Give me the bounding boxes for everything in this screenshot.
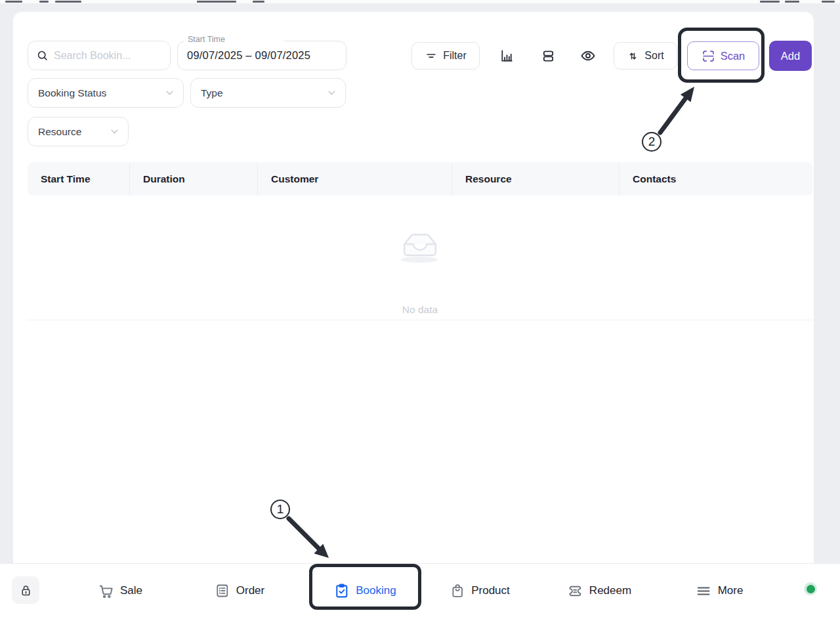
filter-button[interactable]: Filter	[411, 42, 480, 70]
chevron-down-icon	[109, 126, 120, 137]
resource-label: Resource	[38, 126, 81, 138]
sort-button-label: Sort	[644, 50, 663, 62]
add-button[interactable]: Add	[769, 41, 812, 71]
status-bar-remnant	[0, 0, 840, 3]
tab-sale-label: Sale	[120, 584, 142, 597]
scan-button[interactable]: Scan	[687, 41, 759, 70]
resource-select[interactable]: Resource	[28, 117, 129, 146]
search-input[interactable]	[54, 50, 162, 62]
scan-button-label: Scan	[721, 50, 746, 62]
column-header-contacts: Contacts	[619, 162, 812, 196]
column-header-customer: Customer	[257, 162, 452, 196]
bar-chart-icon[interactable]	[494, 43, 520, 69]
type-label: Type	[201, 87, 223, 99]
tab-product[interactable]: Product	[450, 564, 510, 617]
sort-button[interactable]: Sort	[614, 42, 677, 70]
inbox-icon	[398, 226, 442, 263]
search-icon	[36, 49, 49, 62]
lock-button[interactable]	[12, 576, 39, 604]
eye-icon[interactable]	[575, 43, 601, 69]
table-header: Start Time Duration Customer Resource Co…	[28, 162, 812, 196]
empty-state: No data	[354, 226, 486, 316]
booking-page: Start Time 09/07/2025 – 09/07/2025 Booki…	[0, 0, 840, 617]
tab-product-label: Product	[471, 584, 510, 597]
bottom-nav: Sale Order Booking Product Redeem More	[0, 563, 840, 617]
booking-status-label: Booking Status	[38, 87, 106, 99]
date-range-field[interactable]: Start Time 09/07/2025 – 09/07/2025	[177, 41, 346, 70]
table-bottom-border	[28, 320, 812, 320]
tab-booking[interactable]: Booking	[333, 564, 396, 617]
no-data-text: No data	[354, 304, 486, 316]
column-header-resource: Resource	[452, 162, 619, 196]
chevron-down-icon	[164, 87, 175, 98]
online-green-dot	[804, 582, 817, 595]
lock-icon	[19, 584, 33, 597]
cart-icon	[98, 583, 114, 599]
search-field-wrap	[28, 41, 171, 70]
tab-redeem-label: Redeem	[589, 584, 631, 597]
filter-icon	[425, 49, 438, 62]
type-select[interactable]: Type	[190, 78, 346, 108]
scan-frame-icon	[702, 49, 715, 63]
sort-arrows-icon	[627, 50, 639, 62]
add-button-label: Add	[781, 50, 800, 62]
tab-booking-label: Booking	[356, 584, 396, 597]
tab-more[interactable]: More	[696, 564, 744, 617]
tab-redeem[interactable]: Redeem	[567, 564, 631, 617]
tab-order[interactable]: Order	[215, 564, 264, 617]
shopping-bag-icon	[450, 583, 465, 599]
order-list-icon	[215, 583, 230, 599]
tab-sale[interactable]: Sale	[98, 564, 142, 617]
tab-more-label: More	[718, 584, 744, 597]
chevron-down-icon	[326, 87, 337, 98]
date-field-label: Start Time	[188, 35, 225, 44]
tab-order-label: Order	[236, 584, 264, 597]
date-range-value: 09/07/2025 – 09/07/2025	[187, 49, 310, 62]
filter-button-label: Filter	[443, 50, 467, 62]
column-header-start-time: Start Time	[28, 162, 129, 196]
hamburger-icon	[696, 583, 712, 599]
booking-status-select[interactable]: Booking Status	[28, 78, 184, 108]
booking-panel: Start Time 09/07/2025 – 09/07/2025 Booki…	[13, 12, 814, 563]
column-header-duration: Duration	[129, 162, 257, 196]
rows-icon[interactable]	[535, 43, 561, 69]
clipboard-check-icon	[333, 583, 350, 599]
ticket-icon	[567, 583, 583, 599]
